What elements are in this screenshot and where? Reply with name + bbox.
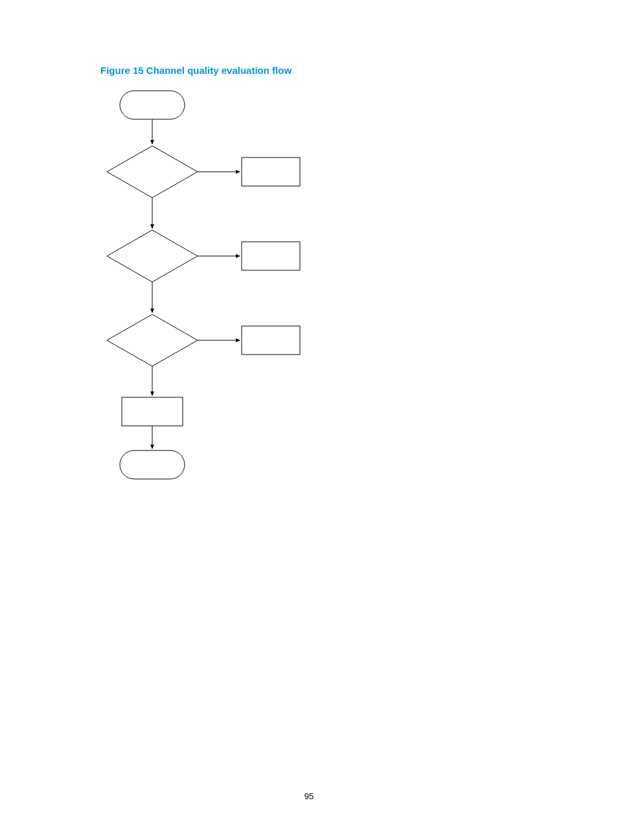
flow-decision-3: [107, 314, 198, 366]
flow-process-1: [242, 158, 300, 186]
flow-process-3: [242, 326, 300, 355]
flow-start-terminator: [120, 91, 185, 119]
flow-process-2: [242, 242, 300, 270]
flow-decision-2: [107, 230, 198, 282]
figure-title: Figure 15 Channel quality evaluation flo…: [100, 65, 292, 76]
flow-process-4: [122, 397, 183, 426]
flowchart-diagram: [100, 84, 360, 506]
flow-end-terminator: [120, 450, 185, 479]
flow-decision-1: [107, 146, 198, 198]
page-number: 95: [0, 791, 618, 801]
